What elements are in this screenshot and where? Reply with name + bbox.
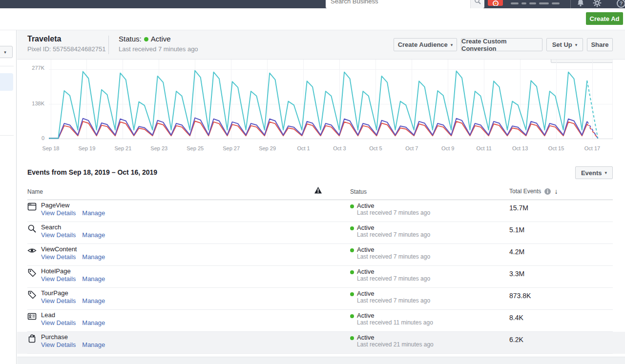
manage-link[interactable]: Manage	[82, 275, 105, 283]
view-details-link[interactable]: View Details	[41, 231, 76, 239]
chart-canvas	[49, 60, 613, 139]
search-glass-icon	[27, 224, 37, 233]
table-row: Search View DetailsManage Active Last re…	[17, 222, 625, 244]
x-axis-label: Oct 5	[369, 145, 382, 151]
event-name: ViewContent	[41, 245, 77, 253]
view-details-link[interactable]: View Details	[41, 319, 76, 326]
event-status: Active	[357, 202, 374, 209]
event-name: Purchase	[41, 333, 68, 341]
x-axis-label: Sep 19	[78, 145, 95, 151]
chevron-down-icon: ▾	[575, 42, 578, 47]
column-header-total-events[interactable]: Total Events ↓	[509, 187, 558, 195]
x-axis-label: Sep 18	[42, 145, 60, 151]
page-title: Traveleta	[27, 35, 61, 43]
create-audience-button[interactable]: Create Audience ▾	[394, 38, 457, 51]
view-details-link[interactable]: View Details	[41, 209, 76, 217]
topbar-nav-text-fragment[interactable]	[552, 2, 560, 4]
share-button[interactable]: Share	[587, 38, 613, 51]
manage-link[interactable]: Manage	[82, 341, 105, 348]
x-axis-label: Sep 23	[150, 145, 167, 151]
total-events-value: 4.2M	[509, 248, 524, 256]
actionbar: Create Ad	[0, 8, 625, 30]
view-details-link[interactable]: View Details	[41, 275, 76, 283]
status-dot	[350, 270, 354, 274]
view-details-link[interactable]: View Details	[41, 253, 76, 261]
status-dot	[350, 248, 354, 252]
total-events-value: 6.2K	[509, 336, 523, 344]
manage-link[interactable]: Manage	[82, 253, 105, 261]
event-last-received: Last received 7 minutes ago	[357, 275, 430, 282]
browser-window-icon	[27, 202, 37, 211]
event-status: Active	[357, 268, 374, 275]
create-custom-conversion-button[interactable]: Create Custom Conversion	[461, 38, 542, 51]
gear-icon[interactable]	[593, 0, 602, 7]
event-status: Active	[357, 334, 374, 341]
total-events-label: Total Events	[509, 188, 541, 195]
manage-link[interactable]: Manage	[82, 231, 105, 239]
search-button[interactable]	[470, 0, 484, 8]
topbar-divider	[570, 0, 571, 8]
view-details-link[interactable]: View Details	[41, 341, 76, 348]
brand-app-icon[interactable]	[488, 0, 503, 6]
event-last-received: Last received 7 minutes ago	[357, 253, 430, 260]
tag-icon	[27, 268, 37, 277]
info-icon[interactable]	[544, 188, 551, 195]
x-axis-label: Oct 11	[476, 145, 492, 151]
events-heading: Events from Sep 18, 2019 – Oct 16, 2019	[27, 168, 157, 176]
column-header-name[interactable]: Name	[27, 188, 43, 195]
table-row: Purchase View DetailsManage Active Last …	[17, 332, 625, 354]
search-input[interactable]	[326, 0, 470, 8]
x-axis-label: Sep 21	[114, 145, 131, 151]
table-row: TourPage View DetailsManage Active Last …	[17, 288, 625, 310]
table-row: ViewContent View DetailsManage Active La…	[17, 244, 625, 266]
help-icon[interactable]: ?	[617, 0, 625, 8]
events-table-body: PageView View DetailsManage Active Last …	[17, 200, 625, 354]
manage-link[interactable]: Manage	[82, 297, 105, 304]
x-axis-label: Sep 29	[259, 145, 276, 151]
event-name: TourPage	[41, 289, 68, 297]
shopping-bag-icon	[27, 334, 37, 343]
event-status: Active	[357, 290, 374, 297]
id-card-icon	[27, 312, 37, 321]
events-dropdown-button[interactable]: Events ▾	[575, 166, 613, 179]
brand-glyph-icon	[492, 0, 500, 6]
set-up-button[interactable]: Set Up ▾	[546, 38, 583, 51]
status-dot	[144, 37, 148, 41]
manage-link[interactable]: Manage	[82, 319, 105, 326]
topbar-nav-text-fragment[interactable]	[521, 2, 526, 4]
sidebar-active-item[interactable]	[0, 73, 13, 91]
topbar-nav-text-fragment[interactable]	[529, 2, 536, 4]
warning-triangle-icon[interactable]	[314, 186, 322, 194]
status-label: Status:	[119, 35, 142, 43]
sort-desc-arrow-icon[interactable]: ↓	[554, 187, 558, 195]
event-last-received: Last received 7 minutes ago	[357, 209, 430, 216]
y-axis-label: 0	[17, 135, 44, 141]
x-axis-label: Sep 25	[187, 145, 204, 151]
events-chart: 277K 138K 0 Sep 18Sep 19Sep 21Sep 23Sep …	[17, 60, 625, 161]
column-header-status[interactable]: Status	[350, 188, 367, 195]
x-axis-label: Oct 17	[584, 145, 600, 151]
topbar-nav-text-fragment[interactable]	[539, 2, 549, 4]
x-axis-label: Oct 3	[333, 145, 346, 151]
x-axis-label: Oct 15	[548, 145, 564, 151]
x-axis-label: Oct 13	[512, 145, 528, 151]
sidebar-collapse-button[interactable]: ▾	[0, 46, 13, 58]
view-details-link[interactable]: View Details	[41, 297, 76, 304]
row-divider	[27, 353, 613, 354]
topbar-nav-text-fragment[interactable]	[511, 2, 519, 4]
eye-icon	[27, 246, 37, 255]
total-events-value: 3.3M	[509, 270, 524, 278]
pixel-id: Pixel ID: 557558424682751	[27, 45, 105, 53]
y-axis-label: 277K	[17, 65, 44, 71]
x-axis-label: Oct 9	[441, 145, 454, 151]
y-axis-label: 138K	[17, 101, 44, 106]
total-events-value: 8.4K	[509, 314, 523, 322]
create-ad-button[interactable]: Create Ad	[586, 12, 623, 25]
sidebar: ▾	[0, 30, 17, 364]
event-last-received: Last received 7 minutes ago	[357, 231, 430, 238]
main-content: Traveleta Pixel ID: 557558424682751 Stat…	[17, 30, 625, 364]
total-events-value: 5.1M	[509, 226, 524, 234]
bell-icon[interactable]	[576, 0, 585, 7]
manage-link[interactable]: Manage	[82, 209, 105, 217]
pixel-header: Traveleta Pixel ID: 557558424682751 Stat…	[17, 30, 625, 60]
